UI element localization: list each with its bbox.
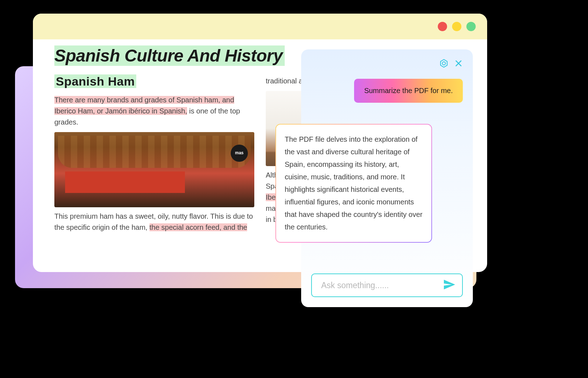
close-window-button[interactable] [438, 22, 447, 31]
chat-input[interactable]: Ask something...... [311, 273, 463, 297]
ai-response-text: The PDF file delves into the exploration… [276, 125, 431, 242]
chat-input-placeholder: Ask something...... [321, 281, 443, 290]
send-icon[interactable] [443, 278, 456, 292]
user-message-text: Summarize the PDF for me. [364, 87, 453, 94]
chat-panel: Summarize the PDF for me. The PDF file d… [301, 49, 473, 307]
image-ham-shop: mas [54, 132, 254, 207]
maximize-window-button[interactable] [466, 22, 476, 31]
column-left: Spanish Ham There are many brands and gr… [54, 72, 254, 233]
chat-header [311, 58, 463, 69]
mas-badge: mas [231, 145, 248, 162]
svg-marker-0 [441, 59, 447, 67]
ai-response-bubble: The PDF file delves into the exploration… [275, 124, 432, 243]
para-2: This premium ham has a sweet, oily, nutt… [54, 211, 254, 233]
minimize-window-button[interactable] [452, 22, 461, 31]
para-1: There are many brands and grades of Span… [54, 94, 254, 128]
settings-icon[interactable] [439, 59, 449, 68]
section-subtitle: Spanish Ham [54, 74, 136, 88]
svg-point-1 [442, 62, 446, 65]
close-icon[interactable] [454, 59, 463, 68]
document-title: Spanish Culture And History [54, 45, 285, 66]
highlight-pink-2: the special acorn feed, and the [150, 223, 248, 231]
window-title-bar [33, 14, 487, 39]
user-message-bubble: Summarize the PDF for me. [354, 79, 463, 103]
